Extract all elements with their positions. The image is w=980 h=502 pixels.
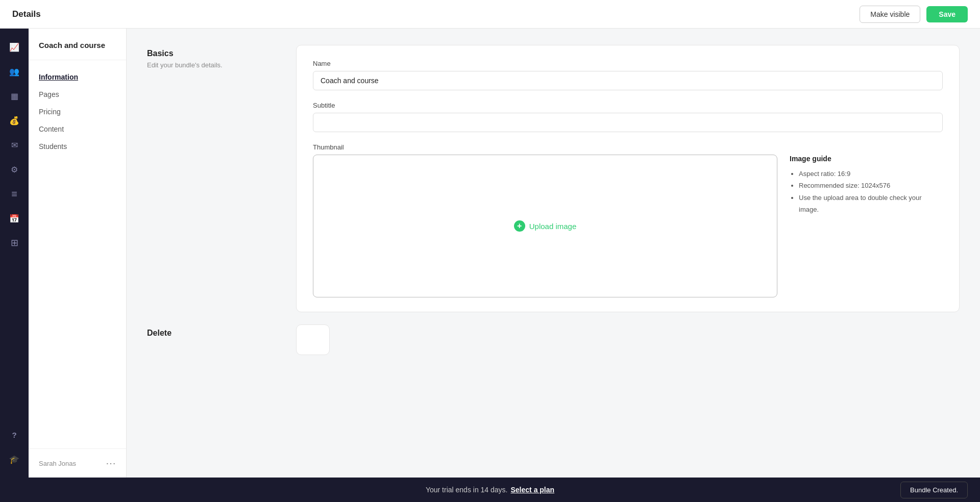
topbar: Details Make visible Save <box>0 0 980 29</box>
sidebar-item-bars[interactable] <box>4 184 24 204</box>
subtitle-label: Subtitle <box>313 102 943 109</box>
sidebar-item-dollar[interactable] <box>4 110 24 131</box>
nav-sidebar-header: Coach and course <box>29 29 126 60</box>
subtitle-input[interactable] <box>313 113 943 132</box>
icon-sidebar-bottom <box>4 424 24 469</box>
nav-item-pages[interactable]: Pages <box>29 86 126 103</box>
sidebar-item-mail[interactable] <box>4 135 24 155</box>
image-guide-item-1: Aspect ratio: 16:9 <box>799 168 943 180</box>
make-visible-button[interactable]: Make visible <box>860 6 920 23</box>
bars-icon <box>11 188 17 200</box>
topbar-actions: Make visible Save <box>860 6 968 23</box>
delete-card <box>296 324 330 355</box>
sidebar-item-graduation[interactable] <box>4 449 24 469</box>
name-input[interactable] <box>313 71 943 90</box>
bottom-bar: Your trial ends in 14 days. Select a pla… <box>0 478 980 502</box>
ellipsis-icon[interactable] <box>106 457 116 469</box>
name-form-group: Name <box>313 60 943 90</box>
trial-text: Your trial ends in 14 days. <box>426 486 508 494</box>
thumbnail-upload-area[interactable]: + Upload image <box>313 155 777 297</box>
basics-title: Basics <box>147 49 280 58</box>
layout: Coach and course Information Pages Prici… <box>0 29 980 478</box>
select-plan-link[interactable]: Select a plan <box>511 486 555 494</box>
subtitle-form-group: Subtitle <box>313 102 943 132</box>
dashboard-icon <box>11 91 18 102</box>
nav-item-content[interactable]: Content <box>29 120 126 138</box>
name-label: Name <box>313 60 943 67</box>
nav-item-pricing[interactable]: Pricing <box>29 103 126 120</box>
users-icon <box>9 66 19 77</box>
main-content: Basics Edit your bundle's details. Name … <box>127 29 980 478</box>
nav-item-information[interactable]: Information <box>29 68 126 86</box>
toast-badge: Bundle Created. <box>900 482 968 498</box>
image-guide-list: Aspect ratio: 16:9 Recommended size: 102… <box>790 168 943 216</box>
nav-sidebar-menu: Information Pages Pricing Content Studen… <box>29 60 126 163</box>
image-guide-item-3: Use the upload area to double check your… <box>799 192 943 216</box>
upload-plus-icon: + <box>514 220 525 232</box>
basics-card: Name Subtitle Thumbnail + Uploa <box>296 45 960 312</box>
nav-sidebar: Coach and course Information Pages Prici… <box>29 29 127 478</box>
basics-label: Basics Edit your bundle's details. <box>147 45 280 312</box>
upload-image-button[interactable]: + Upload image <box>514 220 577 232</box>
sidebar-item-question[interactable] <box>4 424 24 445</box>
footer-user-name: Sarah Jonas <box>39 460 76 467</box>
nav-item-students[interactable]: Students <box>29 138 126 155</box>
sidebar-item-users[interactable] <box>4 61 24 82</box>
question-icon <box>12 430 16 440</box>
upload-image-label: Upload image <box>529 222 577 231</box>
image-guide-item-2: Recommended size: 1024x576 <box>799 180 943 191</box>
apps-icon <box>11 237 18 248</box>
dollar-icon <box>9 115 19 126</box>
thumbnail-form-group: Thumbnail + Upload image Image guide Asp… <box>313 143 943 297</box>
nav-sidebar-footer: Sarah Jonas <box>29 448 126 478</box>
chart-icon <box>9 42 19 53</box>
sidebar-item-gear[interactable] <box>4 159 24 180</box>
basics-section-row: Basics Edit your bundle's details. Name … <box>147 45 960 312</box>
delete-label: Delete <box>147 324 280 355</box>
image-guide: Image guide Aspect ratio: 16:9 Recommend… <box>790 155 943 216</box>
gear-icon <box>11 164 18 175</box>
graduation-icon <box>9 454 19 465</box>
delete-section-row: Delete <box>147 324 960 355</box>
topbar-title: Details <box>12 9 41 19</box>
sidebar-item-calendar[interactable] <box>4 208 24 229</box>
icon-sidebar <box>0 29 29 478</box>
image-guide-title: Image guide <box>790 155 943 163</box>
thumbnail-label: Thumbnail <box>313 143 943 151</box>
sidebar-item-chart[interactable] <box>4 37 24 57</box>
save-button[interactable]: Save <box>926 6 968 22</box>
thumbnail-row: + Upload image Image guide Aspect ratio:… <box>313 155 943 297</box>
basics-description: Edit your bundle's details. <box>147 61 280 69</box>
sidebar-item-dashboard[interactable] <box>4 86 24 106</box>
sidebar-item-apps[interactable] <box>4 233 24 253</box>
delete-title: Delete <box>147 329 280 338</box>
calendar-icon <box>9 213 19 224</box>
mail-icon <box>11 140 18 150</box>
